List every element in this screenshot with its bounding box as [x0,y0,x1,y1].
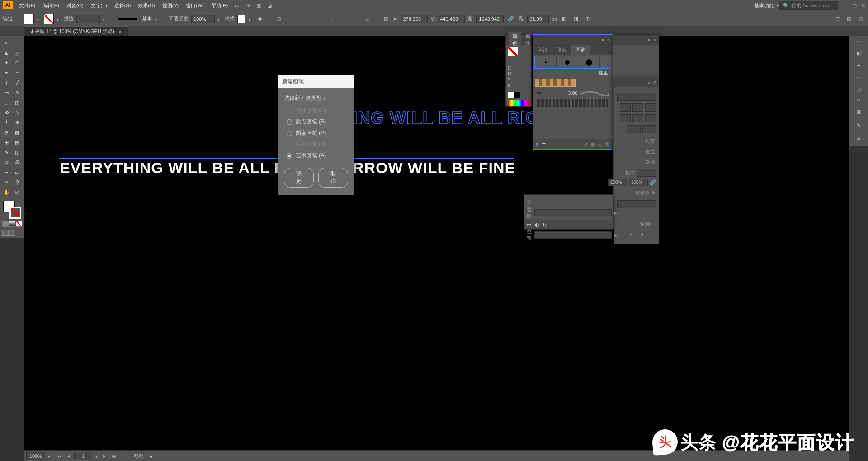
properties-icon[interactable]: ◧ [854,48,863,58]
color-panel[interactable]: 颜色 属性 C M Y K [505,34,532,107]
stroke-swatch[interactable] [44,14,54,24]
magic-wand-tool-icon[interactable]: ✦ [1,58,12,68]
fill-swatch[interactable] [24,14,34,24]
gradient-tool-icon[interactable]: ▤ [12,137,23,147]
rotate-tool-icon[interactable]: ⟲ [1,108,12,118]
color-tab[interactable]: 颜色 [509,32,521,48]
btn-a3[interactable] [645,103,656,112]
eraser-tool-icon[interactable]: ◫ [12,98,23,108]
collapse-icon[interactable]: « [601,37,604,42]
brushes-tab[interactable]: 画笔 [571,45,590,55]
fill-dropdown-icon[interactable] [37,17,41,21]
menu-view[interactable]: 视图(V) [159,0,183,11]
profile-select[interactable] [617,200,656,208]
shape-mode-icon[interactable]: ◧ [560,14,569,24]
draw-modes[interactable] [2,221,23,227]
btn-b1[interactable] [620,114,631,122]
brush-calligraphy[interactable]: 3.00 [534,88,612,99]
transform-icon[interactable]: ▦ [382,14,391,24]
menu-window[interactable]: 窗口(W) [182,0,208,11]
artboard-tool-icon[interactable]: ▭ [12,167,23,177]
direct-select-tool-icon[interactable]: △ [12,48,23,58]
brush-tool-icon[interactable]: ✎ [12,88,23,98]
pct-w-input[interactable] [608,179,627,186]
collapse3-icon[interactable]: « [647,80,650,85]
rectangle-tool-icon[interactable]: ▭ [1,88,12,98]
prev-icon[interactable]: ◄ [628,231,633,237]
btn-c2[interactable] [642,125,656,133]
align-h3-icon[interactable]: ⫞ [316,14,325,24]
preset-select[interactable] [617,93,656,101]
radio-pattern[interactable]: 图案画笔 (P) [287,129,348,137]
shape-mode2-icon[interactable]: ◨ [571,14,580,24]
brush-remove-icon[interactable]: ✕ [584,141,588,147]
x-input[interactable] [401,15,428,23]
snap-icon[interactable]: ⊡ [833,14,842,24]
character-tab[interactable]: 字符 [533,45,552,55]
measure-tool-icon[interactable]: ◫ [12,147,23,157]
next-ab-icon[interactable]: ► [100,453,108,459]
first-icon[interactable]: ⏮ [55,453,63,459]
brush-folder-icon[interactable]: 🗀 [542,141,547,147]
next-icon[interactable]: ► [640,231,645,237]
align-tab[interactable]: 对齐 [617,136,656,146]
libraries-icon[interactable]: ◫ [854,84,863,94]
close-icon[interactable]: ✕ [861,3,865,9]
brushes-icon[interactable]: ✎ [854,120,863,130]
workspace-switcher[interactable]: 基本功能▾ [754,2,779,9]
perspective-icon[interactable]: ▦ [12,127,23,137]
line-tool-icon[interactable]: ╱ [12,78,23,88]
zoom-level[interactable]: 100% [26,452,45,460]
align-v2-icon[interactable]: ⫟ [340,14,349,24]
stroke-style-dd-icon[interactable] [155,17,159,21]
menu-effect[interactable]: 效果(C) [134,0,158,11]
zoom-tool-icon[interactable]: ⚲ [12,177,23,187]
status-arrow-icon[interactable]: ▸ [150,453,153,459]
brush-panel[interactable]: « × 字符 段落 画笔 ≡ 基本 3.00 ⫴ 🗀 ✕ ▦ ▭ 🗑 [533,34,613,150]
align-h1-icon[interactable]: ⫠ [292,14,302,24]
arrange-icon[interactable]: ▥ [254,1,263,10]
panel-close-icon[interactable]: × [607,37,610,42]
brush-delete-icon[interactable]: 🗑 [605,141,610,147]
shaper-tool-icon[interactable]: ◡ [1,98,12,108]
y-input[interactable] [438,15,465,23]
distrib-icon[interactable]: ⫝ [363,14,372,24]
align-h2-icon[interactable]: ⫟ [304,14,313,24]
mask-icon[interactable]: ◐ [535,222,539,228]
document-tab[interactable]: 未标题-1* @ 100% (CMYK/GPU 预览) × [24,26,128,36]
menu-type[interactable]: 文字(T) [87,0,111,11]
graphic-style-swatch[interactable] [237,15,245,23]
brush-basic[interactable] [534,56,611,69]
position-slider[interactable] [534,231,612,239]
artboard-number[interactable]: 1 [74,453,92,459]
prev-ab-icon[interactable]: ◄ [65,453,72,459]
align-left-icon[interactable]: ▤ [274,14,283,24]
stroke-profile[interactable] [118,18,137,20]
transform-tab[interactable]: 变换 [617,146,656,157]
eyedropper-tool-icon[interactable]: ✎ [1,147,12,157]
type-tool-icon[interactable]: T [1,78,12,88]
stroke-weight-input[interactable] [76,15,100,23]
tab-close-icon[interactable]: × [119,29,122,34]
menu-help[interactable]: 帮助(H) [208,0,231,11]
panel-menu-icon[interactable]: ≡ [599,46,611,54]
link-wh-icon[interactable]: 🔗 [506,14,515,24]
color-spectrum[interactable] [508,100,529,106]
align-v1-icon[interactable]: ⫠ [328,14,337,24]
stroke-dropdown-icon[interactable] [57,17,61,21]
recolor-icon[interactable]: ◉ [255,14,264,24]
selection-tool-icon[interactable]: ▲ [1,48,12,58]
cancel-button[interactable]: 取消 [318,168,348,188]
ok-button[interactable]: 确定 [284,168,314,188]
link-icon[interactable]: 🔗 [650,179,656,185]
transform-panel-body[interactable]: « × 对齐 变换 路径 横向 🔗 配置文件 透明： ◄ ► [614,77,659,244]
stroke-weight-dd-icon[interactable] [103,17,107,21]
symbol-spray-icon[interactable]: ⁂ [12,157,23,167]
close2-icon[interactable]: × [653,37,656,42]
radio-scatter[interactable]: 散点画笔 (S) [287,118,348,126]
print-tiling-icon[interactable]: ◎ [12,187,23,197]
isolate-icon[interactable]: ⊞ [583,14,592,24]
brush-rough[interactable] [537,99,609,107]
gpu-icon[interactable]: ◢ [265,1,274,10]
shape-builder-icon[interactable]: ◔ [1,127,12,137]
